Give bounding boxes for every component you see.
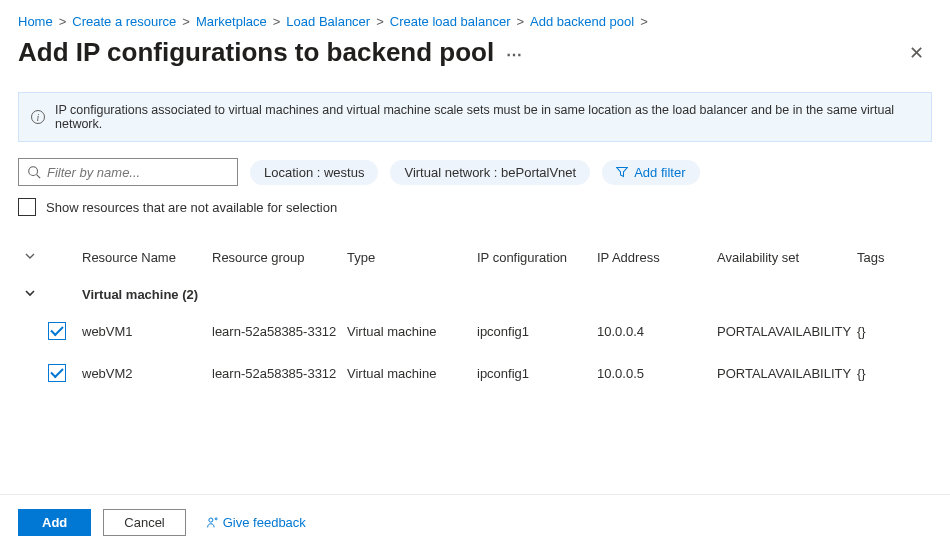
cell-resource-group: learn-52a58385-3312 bbox=[212, 366, 347, 381]
breadcrumb-home[interactable]: Home bbox=[18, 14, 53, 29]
filter-row: Location : westus Virtual network : bePo… bbox=[18, 158, 932, 186]
table-row[interactable]: webVM2 learn-52a58385-3312 Virtual machi… bbox=[18, 352, 932, 394]
give-feedback-label: Give feedback bbox=[223, 515, 306, 530]
close-icon: ✕ bbox=[909, 43, 924, 63]
cell-ip-config: ipconfig1 bbox=[477, 366, 597, 381]
cell-type: Virtual machine bbox=[347, 366, 477, 381]
cell-ip-config: ipconfig1 bbox=[477, 324, 597, 339]
title-text: Add IP configurations to backend pool bbox=[18, 37, 494, 68]
give-feedback-link[interactable]: Give feedback bbox=[206, 515, 306, 530]
cell-tags: {} bbox=[857, 324, 897, 339]
svg-point-3 bbox=[215, 518, 217, 520]
breadcrumb: Home > Create a resource > Marketplace >… bbox=[18, 14, 932, 29]
chevron-right-icon: > bbox=[376, 14, 384, 29]
filter-search-box[interactable] bbox=[18, 158, 238, 186]
cell-ip-address: 10.0.0.5 bbox=[597, 366, 717, 381]
close-button[interactable]: ✕ bbox=[901, 38, 932, 68]
show-unavailable-row: Show resources that are not available fo… bbox=[18, 198, 932, 216]
feedback-icon bbox=[206, 516, 219, 529]
footer: Add Cancel Give feedback bbox=[0, 494, 950, 550]
cell-type: Virtual machine bbox=[347, 324, 477, 339]
breadcrumb-marketplace[interactable]: Marketplace bbox=[196, 14, 267, 29]
filter-pill-vnet[interactable]: Virtual network : bePortalVnet bbox=[390, 160, 590, 185]
svg-line-1 bbox=[37, 175, 41, 179]
chevron-right-icon: > bbox=[182, 14, 190, 29]
title-row: Add IP configurations to backend pool ⋯ … bbox=[18, 37, 932, 68]
search-icon bbox=[27, 165, 41, 179]
column-availability[interactable]: Availability set bbox=[717, 250, 857, 265]
cancel-button[interactable]: Cancel bbox=[103, 509, 185, 536]
table-row[interactable]: webVM1 learn-52a58385-3312 Virtual machi… bbox=[18, 310, 932, 352]
cell-availability: PORTALAVAILABILITY bbox=[717, 366, 857, 381]
breadcrumb-load-balancer[interactable]: Load Balancer bbox=[286, 14, 370, 29]
page-title: Add IP configurations to backend pool ⋯ bbox=[18, 37, 522, 68]
filter-pill-add[interactable]: Add filter bbox=[602, 160, 699, 185]
svg-point-2 bbox=[209, 518, 213, 522]
column-ip-address[interactable]: IP Address bbox=[597, 250, 717, 265]
breadcrumb-create-resource[interactable]: Create a resource bbox=[72, 14, 176, 29]
column-expand[interactable] bbox=[18, 250, 48, 265]
info-banner-text: IP configurations associated to virtual … bbox=[55, 103, 919, 131]
row-checkbox[interactable] bbox=[48, 322, 66, 340]
filter-pill-vnet-label: Virtual network : bePortalVnet bbox=[404, 165, 576, 180]
filter-pill-location-label: Location : westus bbox=[264, 165, 364, 180]
group-row-virtual-machine[interactable]: Virtual machine (2) bbox=[18, 273, 932, 310]
show-unavailable-checkbox[interactable] bbox=[18, 198, 36, 216]
chevron-right-icon: > bbox=[59, 14, 67, 29]
filter-icon bbox=[616, 166, 628, 178]
info-icon: i bbox=[31, 110, 45, 124]
breadcrumb-create-load-balancer[interactable]: Create load balancer bbox=[390, 14, 511, 29]
chevron-right-icon: > bbox=[640, 14, 648, 29]
add-button[interactable]: Add bbox=[18, 509, 91, 536]
cell-resource-name: webVM2 bbox=[82, 366, 212, 381]
more-options-icon[interactable]: ⋯ bbox=[506, 45, 522, 64]
chevron-right-icon: > bbox=[273, 14, 281, 29]
show-unavailable-label: Show resources that are not available fo… bbox=[46, 200, 337, 215]
column-tags[interactable]: Tags bbox=[857, 250, 897, 265]
filter-name-input[interactable] bbox=[47, 165, 229, 180]
filter-pill-add-label: Add filter bbox=[634, 165, 685, 180]
info-banner: i IP configurations associated to virtua… bbox=[18, 92, 932, 142]
chevron-down-icon bbox=[24, 250, 36, 262]
cell-availability: PORTALAVAILABILITY bbox=[717, 324, 857, 339]
table-header: Resource Name Resource group Type IP con… bbox=[18, 242, 932, 273]
cell-ip-address: 10.0.0.4 bbox=[597, 324, 717, 339]
column-ip-config[interactable]: IP configuration bbox=[477, 250, 597, 265]
cell-resource-name: webVM1 bbox=[82, 324, 212, 339]
svg-point-0 bbox=[29, 167, 38, 176]
cell-tags: {} bbox=[857, 366, 897, 381]
column-resource-group[interactable]: Resource group bbox=[212, 250, 347, 265]
column-type[interactable]: Type bbox=[347, 250, 477, 265]
cell-resource-group: learn-52a58385-3312 bbox=[212, 324, 347, 339]
row-checkbox[interactable] bbox=[48, 364, 66, 382]
breadcrumb-add-backend-pool[interactable]: Add backend pool bbox=[530, 14, 634, 29]
chevron-right-icon: > bbox=[516, 14, 524, 29]
chevron-down-icon bbox=[24, 287, 36, 299]
filter-pill-location[interactable]: Location : westus bbox=[250, 160, 378, 185]
group-label: Virtual machine (2) bbox=[82, 287, 198, 302]
column-resource-name[interactable]: Resource Name bbox=[82, 250, 212, 265]
